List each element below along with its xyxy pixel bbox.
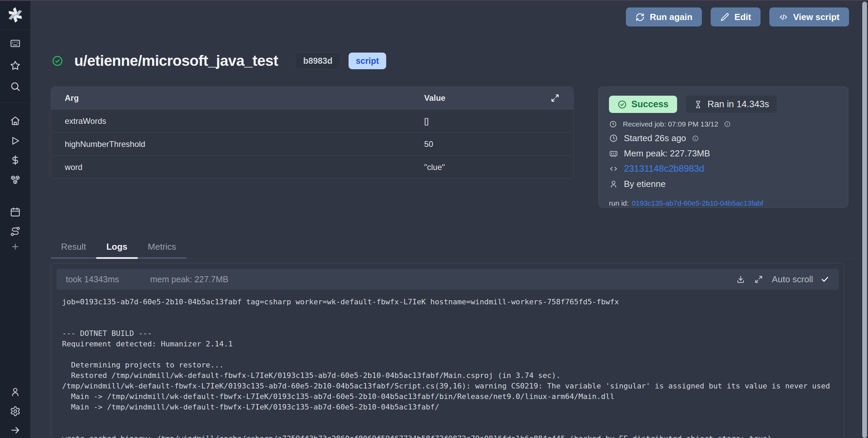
author-label: By etienne	[624, 179, 666, 189]
job-run-page: Run again Edit View script u/etienne/mic…	[0, 0, 868, 438]
arg-value: 50	[424, 139, 560, 149]
page-title: u/etienne/microsoft_java_test	[74, 52, 278, 69]
args-table-header: Arg Value	[51, 87, 573, 109]
calendar-icon	[10, 207, 21, 217]
logs-header: took 14343ms mem peak: 227.7MB Auto scro…	[57, 269, 839, 290]
table-row: extraWords []	[51, 109, 573, 132]
sidebar-item-search[interactable]	[0, 81, 31, 92]
sidebar-item-account[interactable]	[0, 386, 31, 398]
download-icon[interactable]	[736, 275, 745, 284]
auto-scroll-label: Auto scroll	[772, 274, 813, 285]
run-again-button[interactable]: Run again	[626, 7, 702, 26]
keyboard-icon	[10, 38, 21, 49]
author-row: By etienne	[609, 179, 838, 189]
view-script-button[interactable]: View script	[769, 7, 849, 26]
run-again-label: Run again	[650, 12, 692, 22]
sidebar-item-variables[interactable]	[0, 154, 31, 166]
window-top-strip	[0, 0, 868, 1]
edit-label: Edit	[734, 12, 751, 22]
sidebar-item-schedules[interactable]	[0, 206, 31, 218]
code-icon	[779, 13, 788, 22]
arg-value: "clue"	[424, 163, 560, 172]
page-scrollbar[interactable]	[862, 2, 867, 438]
refresh-icon	[635, 13, 645, 22]
mem-peak-row: Mem peak: 227.73MB	[609, 148, 838, 159]
arg-name: highNumberThreshold	[65, 139, 424, 149]
tab-logs[interactable]: Logs	[96, 237, 138, 259]
kind-badge: script	[349, 53, 386, 69]
expand-logs-icon[interactable]	[754, 275, 763, 284]
sidebar-divider	[0, 102, 31, 103]
windmill-logo[interactable]	[0, 0, 30, 30]
result-tabs: Result Logs Metrics	[51, 237, 854, 259]
plus-icon	[11, 242, 20, 251]
sidebar-item-home[interactable]	[0, 115, 31, 127]
logs-mem-peak: mem peak: 227.7MB	[150, 274, 229, 284]
route-icon	[10, 226, 21, 237]
windmill-logo-icon	[6, 5, 25, 24]
run-id-row: run id: 0193c135-ab7d-60e5-2b10-04b5ac13…	[609, 199, 838, 207]
search-icon	[10, 81, 21, 92]
sidebar-item-resources[interactable]	[0, 174, 31, 186]
arg-name: extraWords	[65, 116, 424, 126]
cubes-icon	[10, 174, 21, 185]
script-hash-row: 23131148c2b8983d	[609, 164, 838, 174]
clock-icon	[609, 134, 618, 143]
run-id-label: run id:	[609, 199, 629, 207]
header-actions: Run again Edit View script	[626, 7, 849, 26]
arrow-right-icon	[10, 425, 21, 436]
table-row: word "clue"	[51, 155, 573, 178]
received-job-row: Received job: 07:09 PM 13/12	[609, 120, 838, 128]
info-icon[interactable]	[692, 135, 699, 142]
sidebar-item-apps[interactable]	[0, 38, 31, 49]
version-badge[interactable]: b8983d	[295, 53, 340, 69]
log-output[interactable]: job=0193c135-ab7d-60e5-2b10-04b5ac13fabf…	[57, 297, 839, 438]
status-badge: Success	[609, 96, 677, 113]
tab-metrics[interactable]: Metrics	[138, 237, 186, 259]
star-icon	[10, 60, 21, 71]
args-col-header: Arg	[65, 93, 424, 103]
expand-args-icon[interactable]	[550, 93, 560, 103]
script-hash-link[interactable]: 23131148c2b8983d	[624, 164, 704, 174]
logs-panel: took 14343ms mem peak: 227.7MB Auto scro…	[51, 263, 844, 438]
started-label: Started 26s ago	[624, 133, 686, 144]
edit-button[interactable]: Edit	[711, 7, 761, 26]
args-table: Arg Value extraWords [] highNumberThresh…	[51, 87, 574, 179]
sidebar-item-runs[interactable]	[0, 135, 31, 147]
duration-chip: Ran in 14.343s	[686, 96, 777, 113]
pencil-icon	[720, 13, 729, 22]
status-panel: Success Ran in 14.343s Received job: 07:…	[598, 87, 848, 208]
tab-result[interactable]: Result	[51, 237, 96, 259]
sidebar-item-add[interactable]	[0, 241, 31, 252]
clock-icon	[609, 120, 617, 128]
value-col-header: Value	[424, 93, 550, 103]
status-badge-label: Success	[631, 99, 669, 110]
arg-value: []	[424, 116, 560, 126]
user-icon	[609, 179, 618, 189]
arg-name: word	[65, 163, 424, 172]
title-row: u/etienne/microsoft_java_test b8983d scr…	[52, 52, 386, 69]
sidebar-collapse-toggle[interactable]	[0, 424, 31, 436]
status-badges-row: Success Ran in 14.343s	[609, 96, 838, 113]
check-circle-icon	[617, 100, 627, 109]
play-icon	[10, 135, 21, 146]
mem-peak-label: Mem peak: 227.73MB	[624, 148, 710, 159]
tab-list: Result Logs Metrics	[51, 237, 186, 259]
run-id-link[interactable]: 0193c135-ab7d-60e5-2b10-04b5ac13fabf	[632, 199, 763, 207]
info-icon[interactable]	[724, 121, 731, 128]
sidebar-item-settings[interactable]	[0, 405, 31, 417]
received-job-label: Received job: 07:09 PM 13/12	[623, 120, 718, 128]
sidebar-item-flows[interactable]	[0, 226, 31, 237]
duration-label: Ran in 14.343s	[708, 99, 769, 110]
sidebar-item-favorites[interactable]	[0, 60, 31, 71]
table-row: highNumberThreshold 50	[51, 132, 573, 155]
hourglass-icon	[694, 100, 703, 109]
view-script-label: View script	[793, 12, 840, 22]
auto-scroll-check-icon[interactable]	[821, 275, 829, 284]
home-icon	[10, 115, 21, 126]
dollar-icon	[10, 155, 21, 166]
user-icon	[10, 386, 21, 397]
sidebar	[0, 0, 31, 438]
gear-icon	[10, 406, 21, 417]
memory-icon	[609, 149, 618, 158]
